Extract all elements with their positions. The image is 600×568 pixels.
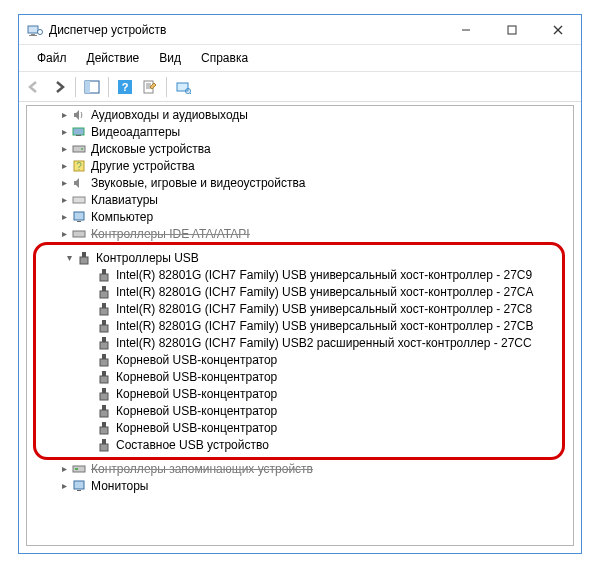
svg-rect-45 bbox=[102, 371, 106, 376]
monitor-icon bbox=[71, 478, 87, 494]
svg-text:?: ? bbox=[122, 81, 129, 93]
chevron-right-icon[interactable]: ▸ bbox=[57, 480, 71, 491]
svg-rect-29 bbox=[77, 221, 81, 222]
tree-item-computer[interactable]: ▸ Компьютер bbox=[27, 208, 573, 225]
tree-label: Контроллеры IDE ATA/ATAPI bbox=[91, 227, 250, 241]
properties-button[interactable] bbox=[139, 76, 161, 98]
svg-rect-39 bbox=[102, 320, 106, 325]
svg-rect-20 bbox=[76, 135, 81, 136]
chevron-down-icon[interactable]: ▾ bbox=[62, 252, 76, 263]
svg-rect-51 bbox=[102, 422, 106, 427]
tree-item-usb-device[interactable]: Корневой USB-концентратор bbox=[36, 368, 560, 385]
svg-rect-38 bbox=[100, 308, 108, 315]
nav-back-button[interactable] bbox=[23, 76, 45, 98]
toolbar-separator bbox=[108, 77, 109, 97]
tree-item-sound[interactable]: ▸ Звуковые, игровые и видеоустройства bbox=[27, 174, 573, 191]
chevron-right-icon[interactable]: ▸ bbox=[57, 228, 71, 239]
tree-item-audio[interactable]: ▸ Аудиовходы и аудиовыходы bbox=[27, 106, 573, 123]
toolbar-separator bbox=[166, 77, 167, 97]
tree-item-usb-controllers[interactable]: ▾ Контроллеры USB bbox=[36, 249, 560, 266]
show-hide-tree-button[interactable] bbox=[81, 76, 103, 98]
tree-item-disk[interactable]: ▸ Дисковые устройства bbox=[27, 140, 573, 157]
tree-item-usb-device[interactable]: Intel(R) 82801G (ICH7 Family) USB универ… bbox=[36, 300, 560, 317]
tree-label: Intel(R) 82801G (ICH7 Family) USB универ… bbox=[116, 268, 532, 282]
usb-icon bbox=[96, 301, 112, 317]
tree-item-keyboard[interactable]: ▸ Клавиатуры bbox=[27, 191, 573, 208]
chevron-right-icon[interactable]: ▸ bbox=[57, 194, 71, 205]
tree-item-usb-device[interactable]: Корневой USB-концентратор bbox=[36, 351, 560, 368]
svg-rect-32 bbox=[80, 257, 88, 264]
tree-item-usb-device[interactable]: Intel(R) 82801G (ICH7 Family) USB2 расши… bbox=[36, 334, 560, 351]
svg-rect-9 bbox=[85, 81, 90, 93]
chevron-right-icon[interactable]: ▸ bbox=[57, 109, 71, 120]
chevron-right-icon[interactable]: ▸ bbox=[57, 143, 71, 154]
tree-label: Компьютер bbox=[91, 210, 153, 224]
menu-view[interactable]: Вид bbox=[151, 49, 189, 67]
tree-label: Контроллеры USB bbox=[96, 251, 199, 265]
chevron-right-icon[interactable]: ▸ bbox=[57, 211, 71, 222]
svg-rect-34 bbox=[100, 274, 108, 281]
tree-label: Видеоадаптеры bbox=[91, 125, 180, 139]
svg-rect-44 bbox=[100, 359, 108, 366]
tree-label: Клавиатуры bbox=[91, 193, 158, 207]
svg-rect-56 bbox=[75, 468, 78, 470]
chevron-right-icon[interactable]: ▸ bbox=[57, 177, 71, 188]
tree-item-usb-device[interactable]: Корневой USB-концентратор bbox=[36, 385, 560, 402]
tree-label: Intel(R) 82801G (ICH7 Family) USB универ… bbox=[116, 302, 532, 316]
help-button[interactable]: ? bbox=[114, 76, 136, 98]
svg-rect-53 bbox=[102, 439, 106, 444]
chevron-right-icon[interactable]: ▸ bbox=[57, 160, 71, 171]
svg-point-3 bbox=[38, 29, 43, 34]
tree-label: Звуковые, игровые и видеоустройства bbox=[91, 176, 305, 190]
tree-item-usb-device[interactable]: Intel(R) 82801G (ICH7 Family) USB универ… bbox=[36, 317, 560, 334]
tree-item-monitor[interactable]: ▸ Мониторы bbox=[27, 477, 573, 494]
nav-forward-button[interactable] bbox=[48, 76, 70, 98]
svg-rect-28 bbox=[74, 212, 84, 220]
svg-rect-54 bbox=[100, 444, 108, 451]
tree-item-other[interactable]: ▸ ? Другие устройства bbox=[27, 157, 573, 174]
tree-item-usb-device[interactable]: Корневой USB-концентратор bbox=[36, 419, 560, 436]
usb-icon bbox=[76, 250, 92, 266]
tree-item-usb-device[interactable]: Составное USB устройство bbox=[36, 436, 560, 453]
close-button[interactable] bbox=[535, 15, 581, 44]
tree-label: Мониторы bbox=[91, 479, 148, 493]
tree-item-storage[interactable]: ▸ Контроллеры запоминающих устройств bbox=[27, 460, 573, 477]
menu-file[interactable]: Файл bbox=[29, 49, 75, 67]
svg-rect-43 bbox=[102, 354, 106, 359]
computer-icon bbox=[71, 209, 87, 225]
svg-rect-1 bbox=[31, 34, 35, 35]
window-title: Диспетчер устройств bbox=[49, 23, 443, 37]
chevron-right-icon[interactable]: ▸ bbox=[57, 463, 71, 474]
tree-item-video[interactable]: ▸ Видеоадаптеры bbox=[27, 123, 573, 140]
menu-help[interactable]: Справка bbox=[193, 49, 256, 67]
window-controls bbox=[443, 15, 581, 44]
svg-rect-33 bbox=[102, 269, 106, 274]
svg-rect-21 bbox=[73, 146, 85, 152]
tree-item-usb-device[interactable]: Корневой USB-концентратор bbox=[36, 402, 560, 419]
menubar: Файл Действие Вид Справка bbox=[19, 45, 581, 72]
svg-rect-0 bbox=[28, 26, 38, 33]
minimize-button[interactable] bbox=[443, 15, 489, 44]
titlebar: Диспетчер устройств bbox=[19, 15, 581, 45]
svg-rect-58 bbox=[77, 490, 81, 491]
tree-label: Составное USB устройство bbox=[116, 438, 269, 452]
tree-label: Корневой USB-концентратор bbox=[116, 387, 277, 401]
scan-hardware-button[interactable] bbox=[172, 76, 194, 98]
svg-rect-46 bbox=[100, 376, 108, 383]
svg-rect-31 bbox=[82, 252, 86, 257]
menu-action[interactable]: Действие bbox=[79, 49, 148, 67]
svg-rect-47 bbox=[102, 388, 106, 393]
tree-item-ide[interactable]: ▸ Контроллеры IDE ATA/ATAPI bbox=[27, 225, 573, 242]
svg-rect-41 bbox=[102, 337, 106, 342]
tree-item-usb-device[interactable]: Intel(R) 82801G (ICH7 Family) USB универ… bbox=[36, 266, 560, 283]
tree-label: Контроллеры запоминающих устройств bbox=[91, 462, 313, 476]
usb-icon bbox=[96, 352, 112, 368]
chevron-right-icon[interactable]: ▸ bbox=[57, 126, 71, 137]
unknown-device-icon: ? bbox=[71, 158, 87, 174]
tree-item-usb-device[interactable]: Intel(R) 82801G (ICH7 Family) USB универ… bbox=[36, 283, 560, 300]
device-tree[interactable]: ▸ Аудиовходы и аудиовыходы ▸ Видеоадапте… bbox=[26, 105, 574, 546]
maximize-button[interactable] bbox=[489, 15, 535, 44]
storage-controller-icon bbox=[71, 461, 87, 477]
usb-icon bbox=[96, 284, 112, 300]
tree-label: Другие устройства bbox=[91, 159, 195, 173]
